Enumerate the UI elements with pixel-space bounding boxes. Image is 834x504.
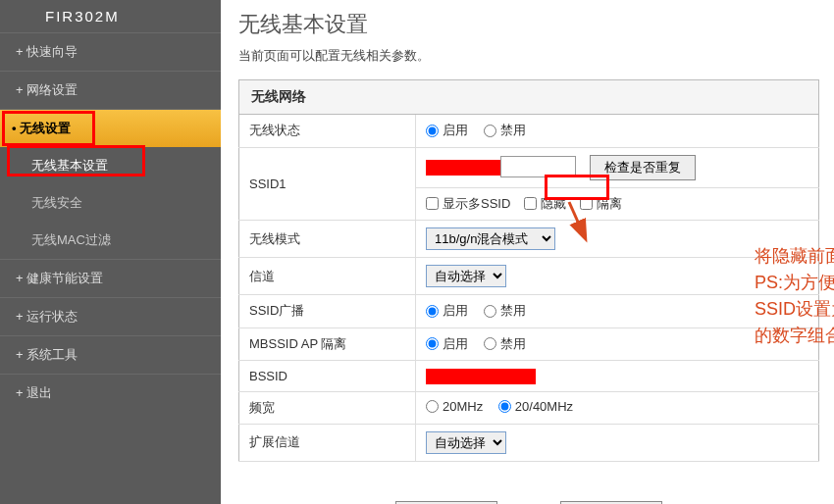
row-label-ext-channel: 扩展信道 [239,424,416,461]
wireless-settings-table: 无线网络 无线状态 启用 禁用 SSID1 检查是否重复 显示多SSID 隐藏 [238,79,819,462]
page-title: 无线基本设置 [238,10,819,39]
row-label-ssid1: SSID1 [239,147,416,221]
row-label-mbssid: MBSSID AP 隔离 [239,328,416,361]
sidebar-item-3[interactable]: + 健康节能设置 [0,259,221,297]
annotation-arrow [563,198,602,247]
sidebar: FIR302M + 快速向导+ 网络设置• 无线设置无线基本设置无线安全无线MA… [0,0,221,504]
sidebar-sub-2-1[interactable]: 无线安全 [0,184,221,222]
section-header: 无线网络 [239,80,819,115]
channel-select[interactable]: 自动选择 [426,265,506,287]
router-model-label: FIR302M [0,0,221,32]
annotation-text: 将隐藏前面的勾打上 PS:为方便记忆可将 SSID设置为自己熟知 的数字组合 [755,243,834,349]
save-button[interactable]: 保存 [395,501,497,504]
content-area: 无线基本设置 当前页面可以配置无线相关参数。 无线网络 无线状态 启用 禁用 S… [221,0,834,504]
status-disable-radio[interactable]: 禁用 [484,122,526,139]
ext-channel-select[interactable]: 自动选择 [426,431,506,454]
svg-line-0 [569,202,585,237]
broadcast-enable-radio[interactable]: 启用 [426,302,468,320]
sidebar-item-2[interactable]: • 无线设置 [0,109,221,147]
sidebar-item-6[interactable]: + 退出 [0,374,221,412]
page-subtitle: 当前页面可以配置无线相关参数。 [238,47,819,65]
mbssid-disable-radio[interactable]: 禁用 [484,335,526,353]
cancel-button[interactable]: 取消 [560,501,662,504]
sidebar-item-5[interactable]: + 系统工具 [0,335,221,374]
wireless-mode-select[interactable]: 11b/g/n混合模式 [426,227,555,250]
sidebar-item-1[interactable]: + 网络设置 [0,71,221,109]
show-multi-ssid-checkbox[interactable]: 显示多SSID [426,195,510,213]
row-label-bssid: BSSID [239,361,416,392]
row-label-bandwidth: 频宽 [239,391,416,424]
ssid1-input[interactable] [500,156,576,177]
bandwidth-2040mhz-radio[interactable]: 20/40MHz [498,399,573,414]
sidebar-sub-2-0[interactable]: 无线基本设置 [0,147,221,184]
bandwidth-20mhz-radio[interactable]: 20MHz [426,399,483,414]
mbssid-enable-radio[interactable]: 启用 [426,335,468,353]
row-label-broadcast: SSID广播 [239,295,416,328]
sidebar-sub-2-2[interactable]: 无线MAC过滤 [0,222,221,259]
sidebar-item-0[interactable]: + 快速向导 [0,32,221,71]
ssid-redacted [426,160,502,176]
sidebar-item-4[interactable]: + 运行状态 [0,297,221,335]
hide-ssid-checkbox[interactable]: 隐藏 [524,195,566,213]
status-enable-radio[interactable]: 启用 [426,122,468,139]
check-duplicate-button[interactable]: 检查是否重复 [590,155,696,180]
row-label-mode: 无线模式 [239,221,416,258]
row-label-status: 无线状态 [239,115,416,148]
row-label-channel: 信道 [239,258,416,295]
bssid-redacted [426,369,536,384]
broadcast-disable-radio[interactable]: 禁用 [484,302,526,320]
